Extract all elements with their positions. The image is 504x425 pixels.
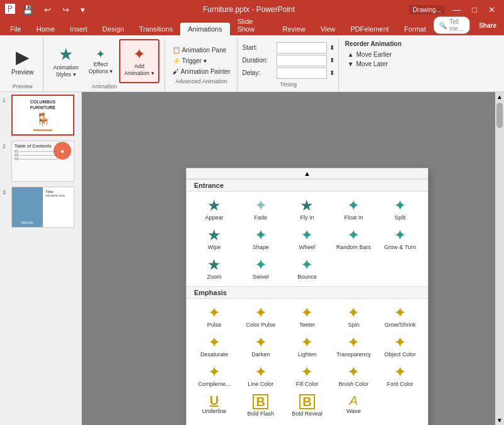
anim-darken[interactable]: ✦ Darken (238, 332, 284, 361)
anim-zoom-in[interactable]: ★ Zoom (192, 255, 237, 283)
scroll-up-arrow[interactable]: ▲ (495, 92, 504, 102)
vertical-scrollbar[interactable]: ▲ ▼ (495, 92, 504, 425)
redo-icon[interactable]: ↪ (59, 4, 73, 16)
anim-teeter[interactable]: ✦ Teeter (285, 303, 330, 331)
tab-animations[interactable]: Animations (180, 23, 229, 35)
painter-icon: 🖌 (173, 68, 179, 75)
flyin-label: Fly In (300, 214, 314, 221)
anim-boldflash[interactable]: B Bold Flash (238, 392, 284, 420)
tab-pdfelement[interactable]: PDFelement (343, 23, 396, 35)
anim-float-in[interactable]: ✦ Float In (331, 195, 376, 224)
anim-fade-in[interactable]: ✦ Fade (238, 195, 284, 224)
customize-icon[interactable]: ▾ (77, 4, 89, 16)
maximize-btn[interactable]: □ (468, 4, 481, 16)
anim-appear[interactable]: ★ Appear (192, 195, 237, 224)
slide-image-2[interactable]: Table of Contents 01 —————————— 02 —————… (11, 141, 74, 182)
tell-me-input[interactable]: 🔍Tell me... (433, 16, 470, 34)
slide-image-1[interactable]: COLUMBUSFURNITURE 🪑 (11, 95, 74, 136)
delay-spinner[interactable]: ⬍ (329, 69, 335, 76)
anim-brushcolor[interactable]: ✦ Brush Color (331, 362, 376, 390)
anim-colorpulse[interactable]: ✦ Color Pulse (238, 303, 284, 331)
tab-file[interactable]: File (3, 23, 29, 35)
anim-fillcolor[interactable]: ✦ Fill Color (285, 362, 330, 390)
move-later-button[interactable]: ▼ Move Later (345, 59, 402, 69)
save-icon[interactable]: 💾 (19, 4, 37, 16)
duration-spinner[interactable]: ⬍ (329, 57, 335, 64)
anim-growturn[interactable]: ✦ Grow & Turn (377, 225, 423, 253)
anim-transparency[interactable]: ✦ Transparency (331, 332, 376, 361)
anim-desaturate[interactable]: ✦ Desaturate (192, 332, 237, 361)
slides-panel: 1 COLUMBUSFURNITURE 🪑 2 Table of Content… (0, 92, 82, 425)
wheelin-icon: ✦ (301, 228, 313, 243)
anim-objectcolor[interactable]: ✦ Object Color (377, 332, 423, 361)
effect-options-button[interactable]: ✦ EffectOptions ▾ (85, 39, 117, 83)
animation-pane-button[interactable]: 📋 Animation Pane (170, 45, 229, 55)
effect-options-icon: ✦ (96, 47, 105, 61)
anim-spin[interactable]: ✦ Spin (331, 303, 376, 331)
duration-input[interactable] (277, 55, 327, 66)
tab-transitions[interactable]: Transitions (132, 23, 180, 35)
title-bar-left: 🅿 💾 ↩ ↪ ▾ (5, 4, 89, 16)
tab-view[interactable]: View (313, 23, 343, 35)
minimize-btn[interactable]: — (449, 4, 464, 16)
preview-icon: ▶ (16, 47, 30, 67)
animation-painter-button[interactable]: 🖌 Animation Painter (170, 67, 233, 76)
anim-growshrink[interactable]: ✦ Grow/Shrink (377, 303, 423, 331)
preview-button[interactable]: ▶ Preview (8, 39, 38, 83)
tab-format[interactable]: Format (396, 23, 433, 35)
close-btn[interactable]: ✕ (484, 4, 499, 16)
ribbon-toolbar: ▶ Preview Preview ★ AnimationStyles ▾ ✦ … (0, 35, 504, 92)
move-earlier-button[interactable]: ▲ Move Earlier (345, 50, 402, 59)
scroll-down-arrow[interactable]: ▼ (495, 416, 504, 425)
objectcolor-label: Object Color (384, 351, 416, 358)
start-input[interactable] (277, 42, 327, 54)
advanced-animation-group: 📋 Animation Pane ⚡ Trigger ▾ 🖌 Animation… (166, 38, 238, 91)
slide-thumb-1[interactable]: 1 COLUMBUSFURNITURE 🪑 (3, 95, 79, 136)
move-later-label: Move Later (357, 61, 388, 67)
anim-split-in[interactable]: ✦ Split (377, 195, 423, 224)
tab-insert[interactable]: Insert (62, 23, 95, 35)
slide-thumb-3[interactable]: 3 IMAGE Title content text (3, 187, 79, 228)
anim-underline[interactable]: U Underline (192, 392, 237, 420)
timing-group-label: Timing (243, 80, 335, 88)
anim-wipe-in[interactable]: ★ Wipe (192, 225, 237, 253)
anim-randombars-in[interactable]: ✦ Random Bars (331, 225, 376, 253)
tab-home[interactable]: Home (29, 23, 62, 35)
anim-wave[interactable]: A Wave (331, 392, 376, 420)
tab-slideshow[interactable]: Slide Show (230, 15, 275, 35)
anim-fly-in[interactable]: ★ Fly In (285, 195, 330, 224)
anim-bounce-in[interactable]: ✦ Bounce (285, 255, 330, 283)
floatin-label: Float In (344, 214, 363, 221)
delay-input[interactable] (277, 67, 327, 79)
appear-label: Appear (205, 214, 223, 221)
desaturate-icon: ✦ (208, 335, 220, 350)
anim-linecolor[interactable]: ✦ Line Color (238, 362, 284, 390)
anim-swivel-in[interactable]: ✦ Swivel (238, 255, 284, 283)
advanced-animation-group-label: Advanced Animation (170, 77, 233, 84)
share-btn[interactable]: Share (474, 21, 501, 30)
scroll-up-btn[interactable]: ▲ (186, 168, 428, 179)
animation-styles-button[interactable]: ★ AnimationStyles ▾ (50, 39, 83, 83)
move-later-icon: ▼ (348, 61, 354, 67)
anim-complementary[interactable]: ✦ Compleme... (192, 362, 237, 390)
start-spinner[interactable]: ⬍ (329, 44, 335, 51)
preview-group-label: Preview (13, 83, 33, 91)
slide-image-3[interactable]: IMAGE Title content text (11, 187, 74, 228)
undo-icon[interactable]: ↩ (40, 4, 55, 16)
scrollbar-thumb[interactable] (496, 103, 503, 128)
anim-pulse[interactable]: ✦ Pulse (192, 303, 237, 331)
anim-lighten[interactable]: ✦ Lighten (285, 332, 330, 361)
anim-wheel-in[interactable]: ✦ Wheel (285, 225, 330, 253)
slide-thumb-2[interactable]: 2 Table of Contents 01 —————————— 02 ———… (3, 141, 79, 182)
trigger-button[interactable]: ⚡ Trigger ▾ (170, 56, 209, 66)
objectcolor-icon: ✦ (394, 335, 406, 350)
anim-fontcolor[interactable]: ✦ Font Color (377, 362, 423, 390)
anim-boldreveal[interactable]: B Bold Reveal (285, 392, 330, 420)
wipein-icon: ★ (207, 228, 221, 243)
tab-design[interactable]: Design (95, 23, 132, 35)
animation-styles-icon: ★ (59, 45, 73, 64)
anim-shape-in[interactable]: ✦ Shape (238, 225, 284, 253)
start-label: Start: (243, 44, 274, 51)
tab-review[interactable]: Review (275, 23, 313, 35)
add-animation-button[interactable]: ✦ AddAnimation ▾ (119, 39, 159, 83)
